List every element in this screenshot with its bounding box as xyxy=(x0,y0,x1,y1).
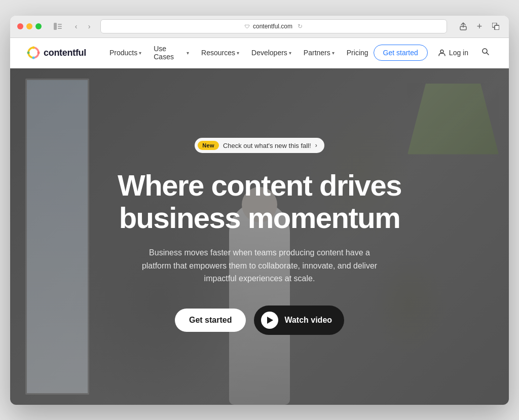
share-button[interactable] xyxy=(457,20,469,32)
minimize-button[interactable] xyxy=(26,23,32,29)
play-triangle-icon xyxy=(267,317,273,324)
hero-subtitle: Business moves faster when teams produci… xyxy=(138,246,381,285)
announcement-badge[interactable]: New Check out what's new this fall! › xyxy=(195,138,324,153)
login-label: Log in xyxy=(449,49,468,57)
badge-text: Check out what's new this fall! xyxy=(223,142,311,149)
developers-chevron-icon: ▾ xyxy=(289,50,291,56)
address-bar[interactable]: 🛡 contentful.com ↻ xyxy=(100,19,447,33)
login-icon xyxy=(438,49,446,57)
badge-new-label: New xyxy=(198,141,219,150)
svg-rect-1 xyxy=(58,24,62,25)
badge-arrow-icon: › xyxy=(315,142,317,149)
nav-developers-label: Developers xyxy=(251,49,287,57)
windows-button[interactable] xyxy=(490,20,502,32)
security-icon: 🛡 xyxy=(245,24,250,29)
logo-text: contentful xyxy=(44,48,86,58)
svg-rect-3 xyxy=(58,28,62,29)
nav-resources[interactable]: Resources ▾ xyxy=(196,46,244,60)
svg-rect-6 xyxy=(495,25,499,30)
svg-point-13 xyxy=(440,50,443,53)
nav-actions: Get started Log in xyxy=(374,45,493,61)
nav-developers[interactable]: Developers ▾ xyxy=(246,46,296,60)
svg-rect-0 xyxy=(54,23,57,30)
url-text: contentful.com xyxy=(253,23,292,30)
nav-partners[interactable]: Partners ▾ xyxy=(299,46,340,60)
nav-use-cases-label: Use Cases xyxy=(154,45,185,61)
nav-get-started-button[interactable]: Get started xyxy=(374,45,428,61)
hero-content: New Check out what's new this fall! › Wh… xyxy=(105,138,414,334)
svg-point-10 xyxy=(32,57,35,59)
maximize-button[interactable] xyxy=(35,23,42,29)
hero-title-line2: business momentum xyxy=(119,201,400,234)
hero-get-started-button[interactable]: Get started xyxy=(175,309,246,332)
nav-pricing[interactable]: Pricing xyxy=(342,46,374,60)
svg-point-11 xyxy=(27,52,30,54)
hero-title-line1: Where content drives xyxy=(118,169,401,202)
new-tab-button[interactable]: + xyxy=(473,20,486,32)
room-left-decoration xyxy=(10,68,112,405)
browser-titlebar: ‹ › 🛡 contentful.com ↻ + xyxy=(10,16,509,38)
hero-title: Where content drives business momentum xyxy=(118,169,401,234)
close-button[interactable] xyxy=(17,23,23,29)
website: contentful Products ▾ Use Cases ▾ Resour… xyxy=(10,38,509,405)
hero-watch-video-button[interactable]: Watch video xyxy=(254,306,344,335)
products-chevron-icon: ▾ xyxy=(139,50,141,56)
nav-use-cases[interactable]: Use Cases ▾ xyxy=(149,42,194,64)
nav-pricing-label: Pricing xyxy=(347,49,368,57)
svg-point-9 xyxy=(32,47,35,49)
refresh-icon: ↻ xyxy=(298,23,303,30)
nav-links: Products ▾ Use Cases ▾ Resources ▾ Devel… xyxy=(104,42,374,64)
nav-partners-label: Partners xyxy=(304,49,330,57)
resources-chevron-icon: ▾ xyxy=(237,50,239,56)
back-button[interactable]: ‹ xyxy=(70,20,82,32)
nav-products[interactable]: Products ▾ xyxy=(104,46,146,60)
sidebar-toggle-button[interactable] xyxy=(51,21,65,31)
use-cases-chevron-icon: ▾ xyxy=(187,50,189,56)
play-icon xyxy=(261,312,278,329)
browser-actions: + xyxy=(457,20,502,32)
svg-rect-2 xyxy=(58,26,62,27)
watch-video-label: Watch video xyxy=(284,316,332,325)
svg-point-12 xyxy=(38,52,40,54)
hero-section: New Check out what's new this fall! › Wh… xyxy=(10,68,509,405)
partners-chevron-icon: ▾ xyxy=(332,50,335,56)
nav-resources-label: Resources xyxy=(201,49,235,57)
logo[interactable]: contentful xyxy=(26,46,86,60)
hero-buttons: Get started Watch video xyxy=(118,306,401,335)
browser-controls xyxy=(51,21,65,31)
forward-button[interactable]: › xyxy=(83,20,95,32)
logo-icon xyxy=(26,46,41,60)
traffic-lights xyxy=(17,23,42,29)
nav-products-label: Products xyxy=(109,49,137,57)
search-icon[interactable] xyxy=(478,45,493,61)
browser-window: ‹ › 🛡 contentful.com ↻ + xyxy=(10,16,509,405)
browser-nav: ‹ › xyxy=(70,20,95,32)
nav-login-button[interactable]: Log in xyxy=(434,46,472,60)
navbar: contentful Products ▾ Use Cases ▾ Resour… xyxy=(10,38,509,68)
